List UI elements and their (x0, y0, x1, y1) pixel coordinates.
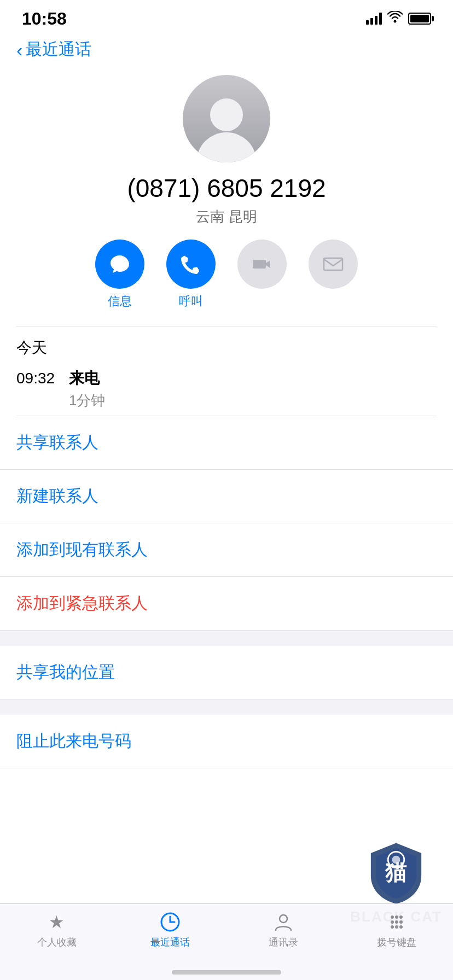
nav-bar: ‹ 最近通话 (0, 30, 453, 69)
tab-keypad-label: 拨号键盘 (377, 936, 416, 949)
tab-bar: ★ 个人收藏 最近通话 通讯录 拨号键盘 (0, 903, 453, 980)
status-bar: 10:58 (0, 0, 453, 30)
call-label: 呼叫 (179, 293, 203, 310)
block-number-item[interactable]: 阻止此来电号码 (0, 715, 453, 768)
avatar-head (210, 98, 243, 131)
svg-point-15 (399, 925, 403, 929)
battery-icon (408, 13, 431, 25)
person-icon (273, 912, 294, 932)
tab-keypad[interactable]: 拨号键盘 (340, 912, 453, 949)
keypad-icon (386, 912, 407, 932)
star-icon: ★ (49, 912, 65, 932)
call-duration: 1分钟 (16, 389, 437, 410)
call-icon-circle (166, 240, 216, 289)
tab-favorites[interactable]: ★ 个人收藏 (0, 912, 113, 949)
svg-point-12 (399, 920, 403, 924)
contact-section: (0871) 6805 2192 云南 昆明 信息 呼叫 (0, 69, 453, 326)
share-contact-item[interactable]: 共享联系人 (0, 416, 453, 470)
mail-button (309, 240, 358, 310)
call-history-header: 今天 (0, 326, 453, 363)
tab-contacts-label: 通讯录 (269, 936, 298, 949)
svg-point-7 (391, 915, 394, 919)
add-existing-item[interactable]: 添加到现有联系人 (0, 523, 453, 577)
avatar-body (196, 132, 257, 162)
action-buttons: 信息 呼叫 (95, 240, 358, 310)
message-icon-circle (95, 240, 144, 289)
svg-point-6 (280, 915, 287, 923)
location: 云南 昆明 (196, 207, 257, 226)
call-item: 09:32 来电 1分钟 (0, 363, 453, 416)
signal-icon (366, 13, 382, 25)
wifi-icon (387, 11, 403, 26)
svg-point-13 (391, 925, 394, 929)
video-button (237, 240, 287, 310)
svg-point-11 (395, 920, 398, 924)
tab-recents-label: 最近通话 (150, 936, 190, 949)
tab-recents[interactable]: 最近通话 (113, 912, 226, 949)
call-type: 来电 (69, 368, 100, 389)
tab-contacts[interactable]: 通讯录 (226, 912, 340, 949)
call-time: 09:32 (16, 370, 60, 387)
thick-divider-1 (0, 631, 453, 646)
mail-icon-circle (309, 240, 358, 289)
shield-icon: 猫 (363, 841, 429, 906)
svg-point-9 (399, 915, 403, 919)
svg-rect-1 (324, 258, 342, 270)
emergency-item[interactable]: 添加到紧急联系人 (0, 577, 453, 631)
message-label: 信息 (108, 293, 132, 310)
svg-point-14 (395, 925, 398, 929)
new-contact-item[interactable]: 新建联系人 (0, 470, 453, 523)
svg-point-0 (394, 20, 397, 23)
svg-point-8 (395, 915, 398, 919)
home-indicator (172, 970, 281, 975)
clock-icon (160, 912, 181, 932)
video-icon-circle (237, 240, 287, 289)
svg-point-10 (391, 920, 394, 924)
back-button[interactable]: ‹ 最近通话 (16, 38, 91, 61)
thick-divider-2 (0, 699, 453, 715)
svg-point-4 (392, 856, 400, 864)
status-icons (366, 11, 431, 26)
status-time: 10:58 (22, 9, 67, 29)
back-label: 最近通话 (26, 38, 91, 61)
tab-favorites-label: 个人收藏 (37, 936, 77, 949)
chevron-left-icon: ‹ (16, 40, 22, 59)
call-button[interactable]: 呼叫 (166, 240, 216, 310)
message-button[interactable]: 信息 (95, 240, 144, 310)
share-location-item[interactable]: 共享我的位置 (0, 646, 453, 699)
avatar (183, 75, 270, 162)
phone-number: (0871) 6805 2192 (127, 173, 326, 203)
call-history: 今天 09:32 来电 1分钟 (0, 326, 453, 416)
svg-text:猫: 猫 (385, 861, 408, 884)
